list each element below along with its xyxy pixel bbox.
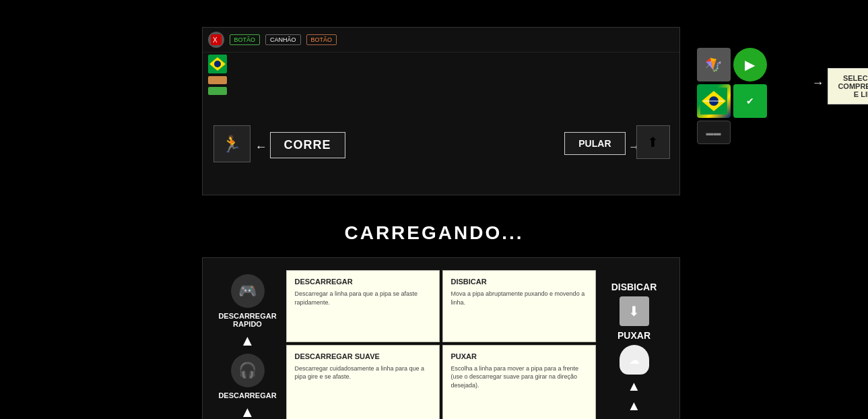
comet-icon-dark: ▬▬ (697, 121, 731, 144)
instructions-wrapper: 🎮 DESCARREGAR RAPIDO ▲ 🎧 DESCARREGAR ▲ D… (7, 257, 868, 419)
instructions-panel: 🎮 DESCARREGAR RAPIDO ▲ 🎧 DESCARREGAR ▲ D… (202, 257, 680, 419)
tooltip-selecione: SELECIONE OU COMPRE COMETA E LINHAS (828, 68, 869, 104)
card-puxar: PUXAR Escolha a linha para mover a pipa … (442, 345, 596, 419)
svg-text:X: X (213, 36, 218, 44)
comet-icon-check: ✔ (733, 84, 767, 118)
game-panel: X BOTÃO CANHÃO BOTÃO (202, 27, 680, 195)
side-icon-brasil (208, 55, 227, 73)
instr-left-col: 🎮 DESCARREGAR RAPIDO ▲ 🎧 DESCARREGAR ▲ (211, 269, 285, 419)
card3-title: DESCARREGAR SUAVE (295, 352, 431, 360)
headphone-icon: 🎧 (231, 354, 265, 387)
player-box: 🏃 (213, 125, 251, 162)
card4-title: PUXAR (451, 352, 587, 360)
game-panel-wrapper: X BOTÃO CANHÃO BOTÃO (7, 7, 868, 216)
instr-right-col: DISBICAR ⬇ PUXAR ☁ ▲ ▲ (597, 269, 671, 419)
toolbar-btn-3[interactable]: BOTÃO (306, 34, 337, 45)
card2-title: DISBICAR (451, 278, 587, 286)
card1-desc: Descarregar a linha para que a pipa se a… (295, 290, 431, 307)
side-icons (208, 55, 227, 95)
side-icon-bar1 (208, 76, 227, 84)
loading-text: CARREGANDO... (7, 222, 861, 244)
arrow-up-icon-left2: ▲ (240, 404, 255, 419)
puxar-right-label: PUXAR (617, 330, 650, 341)
player-icon: 🏃 (222, 135, 242, 154)
puxar-icon: ☁ (620, 345, 649, 375)
disbicar-right-label: DISBICAR (611, 282, 657, 292)
card-disbicar: DISBICAR Mova a pipa abruptamente puxand… (442, 270, 596, 342)
arrow-right-tooltip: → (812, 76, 824, 90)
toolbar-btn-2[interactable]: CANHÃO (265, 34, 301, 45)
comet-icon-brasil (697, 84, 731, 118)
gamepad-icon: 🎮 (231, 274, 265, 308)
side-icon-bar2 (208, 87, 227, 95)
card3-desc: Descarregar cuidadosamente a linha para … (295, 364, 431, 381)
arrow-up-icon-right2: ▲ (628, 398, 641, 414)
toolbar-btn-1[interactable]: BOTÃO (230, 34, 261, 45)
toolbar-icon: X (208, 32, 224, 48)
card-descarregar-suave: DESCARREGAR SUAVE Descarregar cuidadosam… (286, 345, 440, 419)
svg-point-4 (214, 61, 221, 67)
loading-section: CARREGANDO... (7, 222, 861, 244)
corre-button[interactable]: CORRE (270, 132, 345, 158)
jump-icon: ⬆ (647, 134, 659, 150)
arrow-left-corre: ← (255, 140, 267, 154)
comet-icon-play: ▶ (733, 48, 767, 82)
right-icons-area: 🪁 ▶ ✔ ▬▬ (697, 48, 767, 144)
jump-icon-box: ⬆ (636, 125, 670, 159)
comet-icon-1: 🪁 (697, 48, 731, 82)
arrow-up-icon-right: ▲ (628, 379, 641, 394)
instr-grid: 🎮 DESCARREGAR RAPIDO ▲ 🎧 DESCARREGAR ▲ D… (211, 269, 671, 419)
page-wrapper: X BOTÃO CANHÃO BOTÃO (0, 0, 868, 419)
pular-button[interactable]: PULAR (564, 132, 625, 155)
panel-outer: X BOTÃO CANHÃO BOTÃO (202, 7, 680, 216)
card-descarregar: DESCARREGAR Descarregar a linha para que… (286, 270, 440, 342)
descarregar-rapido-label: DESCARREGAR RAPIDO (216, 312, 279, 328)
descarregar-label: DESCARREGAR (218, 391, 276, 399)
card1-title: DESCARREGAR (295, 278, 431, 286)
card4-desc: Escolha a linha para mover a pipa para a… (451, 364, 587, 390)
arrow-up-icon-left: ▲ (240, 332, 255, 350)
toolbar: X BOTÃO CANHÃO BOTÃO (203, 28, 679, 53)
card2-desc: Mova a pipa abruptamente puxando e moven… (451, 290, 587, 307)
disbicar-icon: ⬇ (620, 296, 649, 326)
